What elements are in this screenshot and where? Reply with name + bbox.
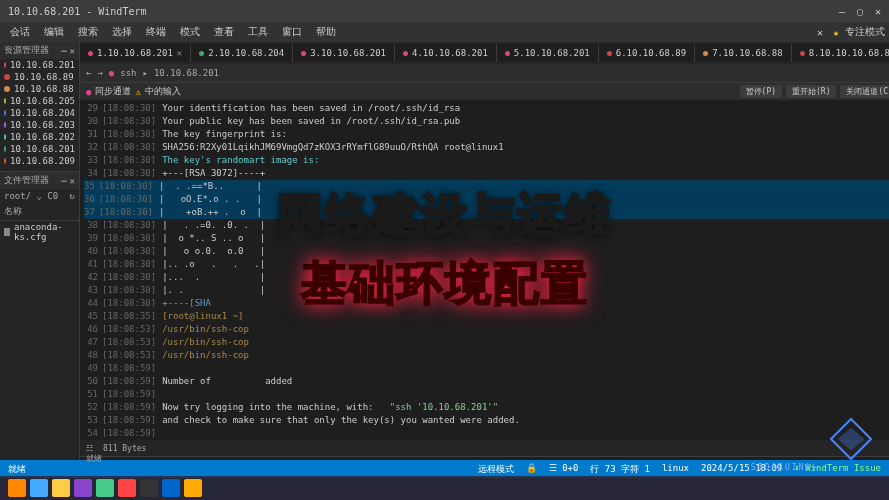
file-column-header: 名称 [0, 203, 79, 221]
left-sidebar: 资源管理器 ⋯✕ 10.10.68.20110.10.68.8910.10.68… [0, 42, 80, 460]
menu-window[interactable]: 窗口 [276, 23, 308, 41]
taskbar-icon[interactable] [184, 479, 202, 497]
host-item[interactable]: 10.10.68.201 [0, 59, 79, 71]
close-channel-button[interactable]: 关闭通道(C) [840, 85, 889, 98]
panel-close-icon[interactable]: ✕ [70, 46, 75, 56]
file-item[interactable]: anaconda-ks.cfg [0, 221, 79, 243]
nav-back-icon[interactable]: ← [86, 68, 91, 78]
warn-icon: ⚠ [135, 87, 140, 97]
panel-menu-icon[interactable]: ⋯ [61, 176, 66, 186]
menu-bar: 会话 编辑 搜索 选择 终端 模式 查看 工具 窗口 帮助 ✕ ★ 专注模式 [0, 22, 889, 42]
file-manager-panel: 文件管理器 ⋯✕ root/ ⌄ C0 ↻ 名称 anaconda-ks.cfg [0, 171, 79, 243]
taskbar-icon[interactable] [162, 479, 180, 497]
menu-terminal[interactable]: 终端 [140, 23, 172, 41]
address-bar: ← → ● ssh ▸ 10.10.68.201 ⋯ [80, 64, 889, 82]
host-item[interactable]: 10.10.68.88 [0, 83, 79, 95]
host-item[interactable]: 10.10.68.201 [0, 143, 79, 155]
taskbar-icon[interactable] [30, 479, 48, 497]
session-tab[interactable]: 7.10.10.68.88 [695, 44, 791, 62]
menu-search[interactable]: 搜索 [72, 23, 104, 41]
status-ready: 就绪 [8, 463, 26, 476]
terminal-line: 41[18:08:30]|.. .o . . .| [84, 258, 889, 271]
terminal-line: 44[18:08:30]+----[SHA [84, 297, 889, 310]
explorer-title: 资源管理器 [4, 44, 49, 57]
taskbar-icon[interactable] [52, 479, 70, 497]
taskbar-icon[interactable] [96, 479, 114, 497]
status-counter: ☰ 0+0 [549, 463, 579, 476]
taskbar-icon[interactable] [8, 479, 26, 497]
menu-session[interactable]: 会话 [4, 23, 36, 41]
taskbar-icon[interactable] [118, 479, 136, 497]
terminal-line: 38[18:08:30]| . .=0. .0. . | [84, 219, 889, 232]
session-tab[interactable]: 1.10.10.68.201✕ [80, 44, 191, 62]
center-area: 1.10.10.68.201✕2.10.10.68.2043.10.10.68.… [80, 42, 889, 460]
taskbar-icon[interactable] [140, 479, 158, 497]
terminal-line: 47[18:08:53]/usr/bin/ssh-cop [84, 336, 889, 349]
terminal-line: 43[18:08:30]|. . | [84, 284, 889, 297]
minimize-button[interactable]: — [839, 6, 845, 17]
panel-menu-icon[interactable]: ⋯ [61, 46, 66, 56]
terminal-line: 42[18:08:30]|... . | [84, 271, 889, 284]
bytes-label: 811 Bytes [103, 444, 146, 453]
terminal-line: 30[18:08:30]Your public key has been sav… [84, 115, 889, 128]
session-tab[interactable]: 2.10.10.68.204 [191, 44, 293, 62]
session-tabs: 1.10.10.68.201✕2.10.10.68.2043.10.10.68.… [80, 42, 889, 64]
taskbar-icon[interactable] [74, 479, 92, 497]
terminal-line: 35[18:08:30]| . .==*B.. | [84, 180, 889, 193]
session-tab[interactable]: 4.10.10.68.201 [395, 44, 497, 62]
terminal-line: 45[18:08:35][root@linux1 ~] [84, 310, 889, 323]
session-tab[interactable]: 8.10.10.10.68.89 [792, 44, 889, 62]
address-path: 10.10.68.201 [154, 68, 889, 78]
host-item[interactable]: 10.10.68.202 [0, 131, 79, 143]
terminal-line: 34[18:08:30]+---[RSA 3072]----+ [84, 167, 889, 180]
host-item[interactable]: 10.10.68.89 [0, 71, 79, 83]
focus-mode-label[interactable]: 专注模式 [845, 25, 885, 39]
restart-button[interactable]: 重开始(R) [786, 85, 836, 98]
terminal-line: 51[18:08:59] [84, 388, 889, 401]
host-item[interactable]: 10.10.68.203 [0, 119, 79, 131]
menu-mode[interactable]: 模式 [174, 23, 206, 41]
menu-edit[interactable]: 编辑 [38, 23, 70, 41]
terminal-line: 32[18:08:30]SHA256:R2Xy01LqikhJM69VmgQd7… [84, 141, 889, 154]
terminal-output[interactable]: 29[18:08:30]Your identification has been… [80, 100, 889, 440]
host-item[interactable]: 10.10.68.204 [0, 107, 79, 119]
terminal-line: 49[18:08:59] [84, 362, 889, 375]
watermark-text: SIDARUINA+ [751, 463, 819, 472]
menu-select[interactable]: 选择 [106, 23, 138, 41]
taskbar[interactable] [0, 476, 889, 500]
pause-button[interactable]: 暂停(P) [740, 85, 782, 98]
file-manager-title: 文件管理器 [4, 174, 49, 187]
explorer-header: 资源管理器 ⋯✕ [0, 42, 79, 59]
ready-bar: 就绪 [80, 456, 889, 460]
window-controls: — ▢ ✕ [839, 6, 881, 17]
session-tab[interactable]: 6.10.10.68.89 [599, 44, 695, 62]
terminal-line: 29[18:08:30]Your identification has been… [84, 102, 889, 115]
refresh-icon[interactable]: ↻ [70, 191, 75, 201]
nav-fwd-icon[interactable]: → [97, 68, 102, 78]
session-tab[interactable]: 5.10.10.68.201 [497, 44, 599, 62]
host-item[interactable]: 10.10.68.205 [0, 95, 79, 107]
sync-dot-icon: ● [86, 87, 91, 97]
menu-help[interactable]: 帮助 [310, 23, 342, 41]
terminal-line: 50[18:08:59]Number of added [84, 375, 889, 388]
file-manager-header: 文件管理器 ⋯✕ [0, 172, 79, 189]
close-x-icon[interactable]: ✕ [817, 27, 823, 38]
lock-icon[interactable]: 🔒 [526, 463, 537, 476]
maximize-button[interactable]: ▢ [857, 6, 863, 17]
menu-tools[interactable]: 工具 [242, 23, 274, 41]
close-button[interactable]: ✕ [875, 6, 881, 17]
terminal-line: 31[18:08:30]The key fingerprint is: [84, 128, 889, 141]
sync-warn-text: 中的输入 [145, 85, 181, 98]
terminal-line: 40[18:08:30]| o o.0. o.0 | [84, 245, 889, 258]
session-tab[interactable]: 3.10.10.68.201 [293, 44, 395, 62]
panel-close-icon[interactable]: ✕ [70, 176, 75, 186]
menu-view[interactable]: 查看 [208, 23, 240, 41]
host-list: 10.10.68.20110.10.68.8910.10.68.8810.10.… [0, 59, 79, 167]
status-remote-mode[interactable]: 远程模式 [478, 463, 514, 476]
sync-bar: ● 同步通道 ⚠ 中的输入 暂停(P) 重开始(R) 关闭通道(C) ✕ [80, 82, 889, 100]
terminal-line: 53[18:08:59]and check to make sure that … [84, 414, 889, 427]
grid-icon[interactable]: ☷ [86, 444, 93, 453]
file-path-bar[interactable]: root/ ⌄ C0 ↻ [0, 189, 79, 203]
terminal-line: 39[18:08:30]| o *.. S .. o | [84, 232, 889, 245]
host-item[interactable]: 10.10.68.209 [0, 155, 79, 167]
